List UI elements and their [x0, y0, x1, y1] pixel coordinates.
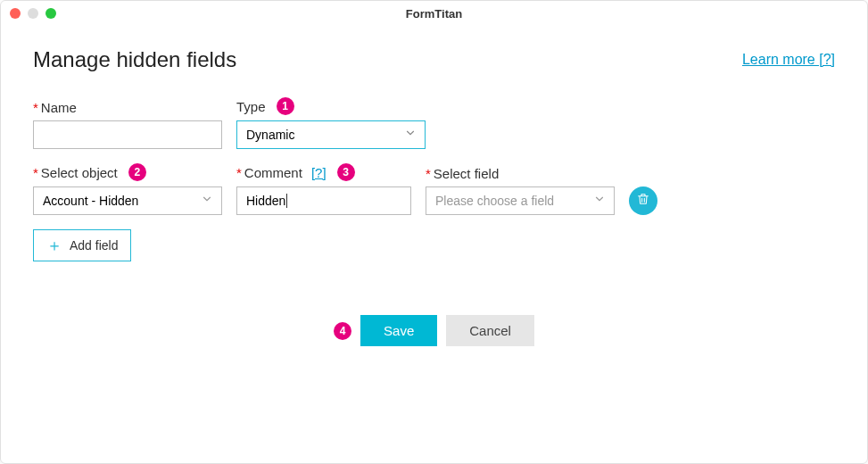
annotation-badge-1: 1 [277, 97, 294, 115]
maximize-window-button[interactable] [45, 8, 56, 19]
select-object-label: *Select object 2 [33, 163, 222, 181]
text-caret [286, 194, 287, 208]
minimize-window-button[interactable] [28, 8, 38, 19]
add-field-label: Add field [70, 238, 118, 253]
type-select[interactable]: Dynamic [236, 120, 426, 149]
name-input[interactable] [33, 120, 222, 149]
close-window-button[interactable] [10, 8, 21, 19]
delete-row-button[interactable] [629, 186, 657, 215]
select-field-label: *Select field [426, 166, 615, 181]
plus-icon: ＋ [46, 237, 62, 253]
titlebar: FormTitan [1, 1, 867, 26]
page-title: Manage hidden fields [33, 47, 236, 72]
learn-more-link[interactable]: Learn more [?] [742, 52, 835, 68]
type-label: Type 1 [236, 97, 426, 115]
annotation-badge-4: 4 [334, 322, 351, 340]
content-area: Manage hidden fields Learn more [?] *Nam… [1, 26, 867, 368]
comment-help-link[interactable]: [?] [311, 165, 327, 180]
comment-input[interactable]: Hidden [236, 186, 411, 215]
select-object-dropdown[interactable]: Account - Hidden [33, 186, 222, 215]
select-field-dropdown[interactable]: Please choose a field [426, 186, 615, 215]
save-button[interactable]: Save [360, 315, 437, 346]
annotation-badge-2: 2 [128, 163, 146, 181]
trash-icon [636, 192, 650, 210]
traffic-lights [10, 8, 56, 19]
name-label: *Name [33, 100, 222, 115]
annotation-badge-3: 3 [337, 163, 355, 181]
window-title: FormTitan [10, 7, 858, 21]
comment-label: *Comment [?] 3 [236, 163, 411, 181]
cancel-button[interactable]: Cancel [446, 315, 534, 346]
add-field-button[interactable]: ＋ Add field [33, 229, 131, 261]
